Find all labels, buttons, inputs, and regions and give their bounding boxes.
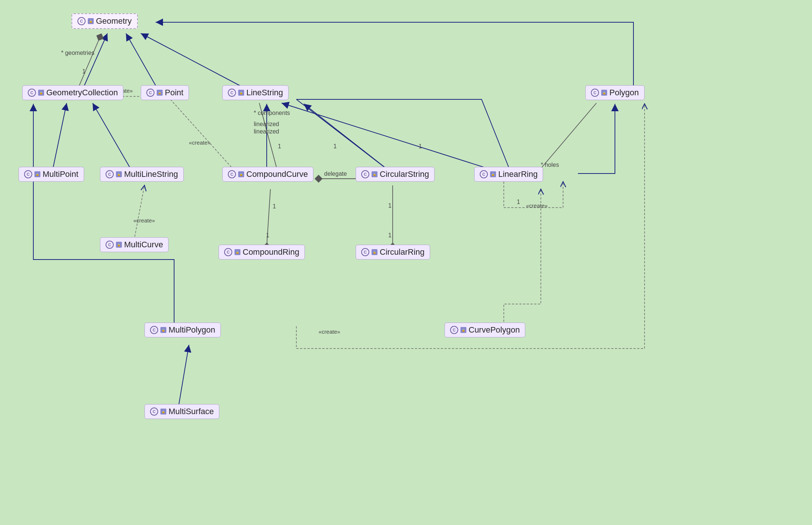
svg-text:linearized: linearized [254, 128, 279, 135]
svg-text:1: 1 [419, 143, 422, 149]
svg-text:1: 1 [266, 232, 269, 238]
multisurface-visibility-icon: 🔒 [160, 409, 166, 415]
svg-line-13 [133, 185, 144, 244]
compoundcurve-label: CompoundCurve [246, 169, 308, 179]
circularring-visibility-icon: 🔒 [372, 249, 377, 255]
geometrycollection-label: GeometryCollection [46, 88, 118, 98]
svg-line-20 [533, 103, 596, 177]
svg-line-3 [81, 33, 107, 92]
multilinestring-visibility-icon: 🔒 [116, 171, 122, 177]
svg-text:1: 1 [388, 232, 392, 238]
circularring-label: CircularRing [380, 247, 425, 257]
curvepolygon-class-icon: C [450, 326, 458, 334]
multisurface-node[interactable]: C 🔒 MultiSurface [144, 404, 219, 419]
multipolygon-visibility-icon: 🔒 [160, 327, 166, 333]
svg-line-7 [93, 103, 133, 174]
multipolygon-class-icon: C [150, 326, 158, 334]
curvepolygon-visibility-icon: 🔒 [460, 327, 466, 333]
svg-text:linearized: linearized [254, 121, 279, 127]
compoundring-node[interactable]: C 🔒 CompoundRing [219, 245, 305, 260]
svg-line-44 [296, 99, 393, 174]
svg-text:«create»: «create» [133, 217, 155, 224]
linestring-class-icon: C [228, 89, 236, 97]
svg-text:«create»: «create» [526, 202, 548, 209]
circularstring-class-icon: C [361, 170, 369, 178]
multicurve-label: MultiCurve [124, 240, 163, 250]
linestring-label: LineString [246, 88, 283, 98]
compoundcurve-visibility-icon: 🔒 [238, 171, 244, 177]
svg-text:1: 1 [333, 143, 337, 149]
point-class-icon: C [146, 89, 154, 97]
svg-text:«create»: «create» [189, 139, 210, 146]
geometry-node[interactable]: C 🔒 Geometry [71, 13, 138, 29]
compoundcurve-node[interactable]: C 🔒 CompoundCurve [222, 167, 313, 182]
multicurve-class-icon: C [106, 241, 114, 249]
geometry-class-icon: C [77, 17, 86, 25]
multipoint-node[interactable]: C 🔒 MultiPoint [19, 167, 84, 182]
point-node[interactable]: C 🔒 Point [141, 85, 189, 100]
polygon-visibility-icon: 🔒 [601, 90, 607, 96]
multisurface-class-icon: C [150, 407, 158, 416]
multipolygon-label: MultiPolygon [169, 325, 215, 335]
svg-line-5 [141, 33, 252, 92]
multicurve-visibility-icon: 🔒 [116, 242, 122, 248]
multipolygon-node[interactable]: C 🔒 MultiPolygon [144, 323, 221, 337]
circularstring-node[interactable]: C 🔒 CircularString [356, 167, 435, 182]
point-visibility-icon: 🔒 [157, 90, 163, 96]
point-label: Point [165, 88, 183, 98]
svg-text:1: 1 [273, 203, 276, 209]
circularstring-visibility-icon: 🔒 [372, 171, 377, 177]
svg-line-6 [52, 103, 67, 174]
polygon-node[interactable]: C 🔒 Polygon [585, 85, 645, 100]
polygon-label: Polygon [609, 88, 639, 98]
multilinestring-node[interactable]: C 🔒 MultiLineString [100, 167, 184, 182]
compoundcurve-class-icon: C [228, 170, 236, 178]
svg-text:1: 1 [278, 143, 281, 149]
geometry-label: Geometry [96, 16, 132, 26]
linestring-visibility-icon: 🔒 [238, 90, 244, 96]
compoundring-class-icon: C [224, 248, 232, 256]
svg-text:«create»: «create» [319, 328, 340, 335]
multilinestring-class-icon: C [106, 170, 114, 178]
svg-text:1: 1 [388, 202, 392, 209]
curvepolygon-node[interactable]: C 🔒 CurvePolygon [445, 323, 525, 337]
svg-text:* geometries: * geometries [61, 50, 94, 56]
svg-text:* components: * components [254, 110, 290, 116]
svg-text:* holes: * holes [541, 162, 559, 168]
linearring-node[interactable]: C 🔒 LinearRing [474, 167, 543, 182]
svg-line-4 [126, 33, 159, 92]
multipoint-label: MultiPoint [43, 169, 79, 179]
svg-text:delegate: delegate [324, 171, 347, 177]
multilinestring-label: MultiLineString [124, 169, 178, 179]
linearring-class-icon: C [480, 170, 488, 178]
circularring-class-icon: C [361, 248, 369, 256]
svg-text:1: 1 [517, 199, 520, 205]
compoundring-label: CompoundRing [243, 247, 299, 257]
multisurface-label: MultiSurface [169, 407, 214, 416]
geometrycollection-class-icon: C [28, 89, 36, 97]
svg-line-8 [282, 103, 504, 174]
geometrycollection-visibility-icon: 🔒 [38, 90, 44, 96]
geometry-visibility-icon: 🔒 [88, 18, 94, 24]
polygon-class-icon: C [591, 89, 599, 97]
svg-line-15 [78, 37, 100, 89]
svg-line-9 [178, 345, 189, 411]
multicurve-node[interactable]: C 🔒 MultiCurve [100, 237, 169, 252]
multipoint-class-icon: C [24, 170, 32, 178]
linearring-label: LinearRing [498, 169, 538, 179]
geometrycollection-node[interactable]: C 🔒 GeometryCollection [22, 85, 123, 100]
svg-text:1: 1 [82, 68, 86, 75]
circularstring-label: CircularString [380, 169, 429, 179]
compoundring-visibility-icon: 🔒 [234, 249, 240, 255]
multipoint-visibility-icon: 🔒 [34, 171, 40, 177]
svg-line-19 [267, 189, 270, 247]
linestring-node[interactable]: C 🔒 LineString [222, 85, 289, 100]
svg-line-14 [170, 99, 237, 174]
linearring-visibility-icon: 🔒 [490, 171, 496, 177]
curvepolygon-label: CurvePolygon [469, 325, 520, 335]
svg-line-11 [304, 104, 393, 174]
svg-line-16 [259, 103, 278, 172]
circularring-node[interactable]: C 🔒 CircularRing [356, 245, 430, 260]
